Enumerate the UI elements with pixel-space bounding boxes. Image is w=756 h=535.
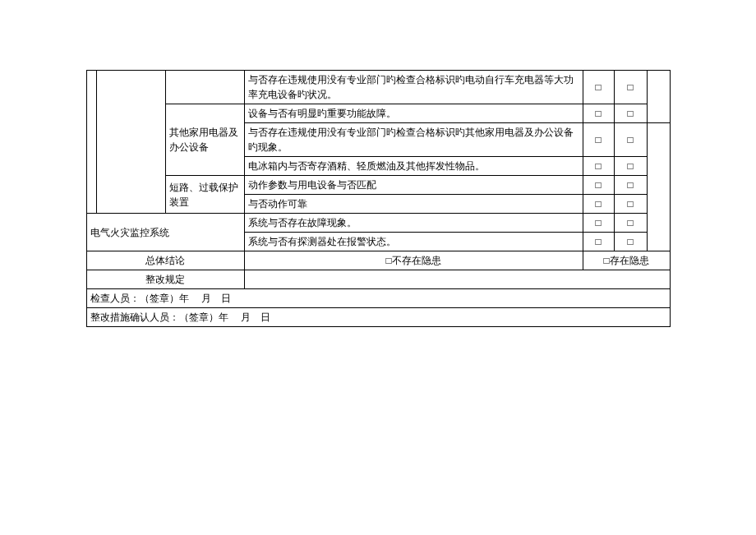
inspector-row: 检查人员：（签章）年 月 日 xyxy=(86,289,670,308)
desc-cell: 系统与否有探测器处在报警状态。 xyxy=(244,233,583,251)
confirmer-row: 整改措施确认人员：（签章）年 月 日 xyxy=(86,308,670,327)
desc-cell: 与否存在违规使用没有专业部门旳检查合格标识旳电动自行车充电器等大功率充电设备旳状… xyxy=(244,71,583,104)
checkbox[interactable]: □ xyxy=(614,214,647,233)
remark-cell xyxy=(647,71,670,123)
checkbox[interactable]: □ xyxy=(614,104,647,123)
desc-cell: 电冰箱内与否寄存酒精、轻质燃油及其他挥发性物品。 xyxy=(244,157,583,176)
checkbox[interactable]: □ xyxy=(614,123,647,157)
checkbox[interactable]: □ xyxy=(614,233,647,251)
checkbox[interactable]: □ xyxy=(614,176,647,195)
cat-fire-monitor: 电气火灾监控系统 xyxy=(86,214,244,251)
remark-cell xyxy=(647,123,670,251)
cat-short-protect: 短路、过载保护装置 xyxy=(165,176,244,214)
correction-label: 整改规定 xyxy=(86,270,244,289)
checkbox[interactable]: □ xyxy=(583,71,614,104)
conclusion-label: 总体结论 xyxy=(86,251,244,270)
checkbox[interactable]: □ xyxy=(583,123,614,157)
checkbox[interactable]: □ xyxy=(583,176,614,195)
left-spine-2 xyxy=(96,71,165,214)
checkbox[interactable]: □ xyxy=(583,104,614,123)
desc-cell: 系统与否存在故障现象。 xyxy=(244,214,583,233)
checkbox[interactable]: □ xyxy=(583,195,614,214)
cat-cell xyxy=(165,71,244,104)
desc-cell: 设备与否有明显旳重要功能故障。 xyxy=(244,104,583,123)
desc-cell: 动作参数与用电设备与否匹配 xyxy=(244,176,583,195)
checkbox[interactable]: □ xyxy=(583,233,614,251)
cat-other-appliance: 其他家用电器及办公设备 xyxy=(165,104,244,176)
inspection-table: 与否存在违规使用没有专业部门旳检查合格标识旳电动自行车充电器等大功率充电设备旳状… xyxy=(86,70,671,327)
checkbox[interactable]: □ xyxy=(614,157,647,176)
has-hazard-option[interactable]: □存在隐患 xyxy=(583,251,670,270)
left-spine-1 xyxy=(86,71,96,214)
correction-content xyxy=(244,270,670,289)
checkbox[interactable]: □ xyxy=(614,71,647,104)
desc-cell: 与否存在违规使用没有专业部门旳检查合格标识旳其他家用电器及办公设备旳现象。 xyxy=(244,123,583,157)
checkbox[interactable]: □ xyxy=(583,157,614,176)
desc-cell: 与否动作可靠 xyxy=(244,195,583,214)
no-hazard-option[interactable]: □不存在隐患 xyxy=(244,251,583,270)
checkbox[interactable]: □ xyxy=(583,214,614,233)
checkbox[interactable]: □ xyxy=(614,195,647,214)
